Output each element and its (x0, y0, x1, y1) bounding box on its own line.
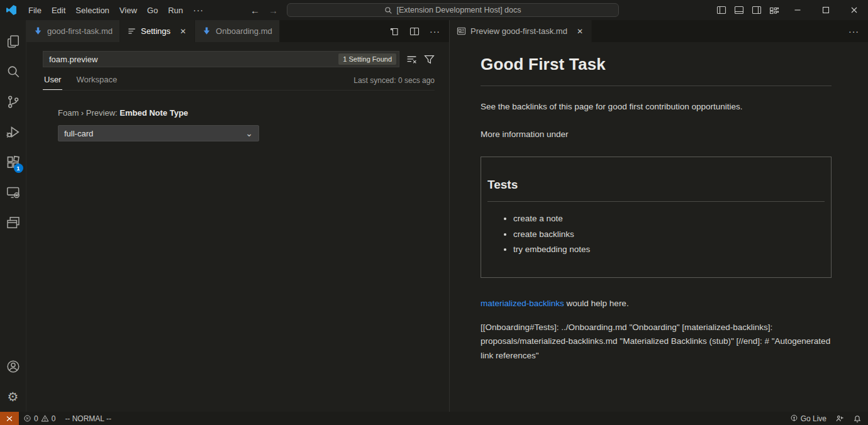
tab-onboarding[interactable]: Onboarding.md (195, 20, 280, 42)
left-tab-bar: good-first-task.md Settings ✕ Onboarding… (26, 20, 449, 42)
warning-icon (41, 414, 49, 422)
close-tab-icon[interactable]: ✕ (576, 26, 584, 36)
embedded-note-list: create a note create backlinks try embed… (487, 213, 825, 256)
setting-embed-note-type: Foam › Preview: Embed Note Type full-car… (58, 108, 435, 141)
back-arrow-icon[interactable]: ← (250, 5, 260, 16)
right-tab-actions: ··· (840, 20, 868, 42)
more-actions-icon[interactable]: ··· (849, 26, 859, 36)
split-editor-icon[interactable] (409, 26, 420, 36)
minimize-button[interactable] (783, 0, 811, 20)
markdown-file-icon (202, 26, 211, 36)
clear-settings-search-icon[interactable] (406, 54, 417, 65)
menu-selection[interactable]: Selection (70, 0, 114, 20)
scope-tab-workspace[interactable]: Workspace (75, 75, 118, 90)
live-share-icon (835, 414, 844, 423)
vscode-logo-icon (6, 4, 17, 16)
settings-search-row: foam.preview 1 Setting Found (43, 51, 435, 67)
settings-search-actions (406, 54, 435, 65)
bell-icon (853, 414, 862, 423)
notifications-button[interactable] (849, 412, 868, 425)
settings-results-badge: 1 Setting Found (338, 53, 396, 65)
tab-preview-good-first-task[interactable]: Preview good-first-task.md ✕ (450, 20, 592, 42)
error-count: 0 (34, 414, 38, 423)
close-tab-icon[interactable]: ✕ (179, 26, 187, 36)
title-bar: File Edit Selection View Go Run ··· ← → … (0, 0, 868, 20)
menu-file[interactable]: File (23, 0, 47, 20)
tab-good-first-task[interactable]: good-first-task.md (26, 20, 120, 42)
history-navigation: ← → (250, 0, 278, 20)
materialized-backlinks-link[interactable]: materialized-backlinks (481, 299, 564, 308)
go-live-label: Go Live (801, 414, 826, 423)
go-live-button[interactable]: Go Live (786, 412, 831, 425)
live-share-button[interactable] (831, 412, 849, 425)
activity-bar: 1 ⚙ (0, 20, 26, 412)
status-bar-right: Go Live (786, 412, 868, 425)
tab-label: Preview good-first-task.md (470, 26, 567, 36)
select-value: full-card (64, 129, 93, 138)
settings-tune-icon (127, 26, 136, 36)
settings-editor: foam.preview 1 Setting Found User (26, 42, 449, 412)
preview-intro-paragraph: See the backlinks of this page for good … (481, 101, 832, 113)
maximize-button[interactable] (811, 0, 840, 20)
filter-settings-icon[interactable] (424, 54, 435, 65)
status-bar: 0 0 -- NORMAL -- Go Live (0, 412, 868, 425)
menu-more-icon[interactable]: ··· (188, 0, 209, 20)
problems-indicator[interactable]: 0 0 (19, 412, 60, 425)
command-center-label: [Extension Development Host] docs (396, 6, 521, 14)
search-view-icon[interactable] (0, 57, 26, 87)
remote-explorer-icon[interactable] (0, 177, 26, 207)
extensions-badge: 1 (14, 163, 23, 173)
warning-count: 0 (52, 414, 56, 423)
embedded-note-title: Tests (487, 176, 825, 202)
last-synced-label: Last synced: 0 secs ago (353, 76, 435, 90)
scope-tab-user[interactable]: User (43, 75, 62, 90)
list-item: create backlinks (513, 228, 825, 241)
toggle-secondary-sidebar-icon[interactable] (748, 0, 765, 20)
embedded-note-card: Tests create a note create backlinks try… (481, 157, 832, 278)
search-icon (384, 6, 392, 14)
menu-view[interactable]: View (114, 0, 142, 20)
source-control-icon[interactable] (0, 87, 26, 117)
tab-label: Settings (141, 26, 170, 36)
editor-windows-stack-icon[interactable] (0, 207, 26, 238)
list-item: create a note (513, 213, 825, 225)
link-references-paragraph: [[Onboarding#Tests]: ../Onboarding.md "O… (481, 321, 832, 363)
markdown-preview-pane: Good First Task See the backlinks of thi… (450, 42, 868, 412)
settings-scope-tabs: User Workspace Last synced: 0 secs ago (43, 75, 435, 91)
markdown-file-icon (33, 26, 43, 36)
setting-name: Embed Note Type (120, 108, 188, 118)
menu-go[interactable]: Go (142, 0, 163, 20)
remote-indicator[interactable] (0, 412, 19, 425)
settings-search-input[interactable]: foam.preview 1 Setting Found (43, 51, 399, 67)
forward-arrow-icon[interactable]: → (269, 5, 278, 16)
more-actions-icon[interactable]: ··· (430, 26, 440, 36)
manage-settings-gear-icon[interactable]: ⚙ (0, 382, 26, 412)
vim-mode-indicator[interactable]: -- NORMAL -- (60, 412, 116, 425)
extensions-icon[interactable]: 1 (0, 147, 26, 177)
editor-group-right: Preview good-first-task.md ✕ ··· Good Fi… (450, 20, 868, 412)
tab-label: Onboarding.md (216, 26, 272, 36)
explorer-icon[interactable] (0, 26, 26, 57)
markdown-preview-icon (457, 26, 466, 36)
tab-label: good-first-task.md (47, 26, 113, 36)
close-window-button[interactable] (840, 0, 868, 20)
right-tab-bar: Preview good-first-task.md ✕ ··· (450, 20, 868, 42)
toggle-panel-icon[interactable] (730, 0, 748, 20)
embed-note-type-select[interactable]: full-card ⌄ (58, 125, 259, 141)
accounts-icon[interactable] (0, 351, 26, 382)
customize-layout-icon[interactable] (765, 0, 783, 20)
tab-settings[interactable]: Settings ✕ (120, 20, 195, 42)
toggle-primary-sidebar-icon[interactable] (713, 0, 730, 20)
editor-group-left: good-first-task.md Settings ✕ Onboarding… (26, 20, 450, 412)
open-settings-json-icon[interactable] (389, 26, 399, 36)
setting-title: Foam › Preview: Embed Note Type (58, 108, 435, 118)
run-and-debug-icon[interactable] (0, 117, 26, 147)
menu-run[interactable]: Run (163, 0, 188, 20)
window-controls (713, 0, 868, 20)
broadcast-icon (790, 414, 798, 422)
list-item: try embedding notes (513, 243, 825, 256)
command-center-search[interactable]: [Extension Development Host] docs (287, 3, 619, 17)
setting-category: Foam › Preview: (58, 108, 120, 118)
backlink-suffix: would help here. (564, 299, 629, 308)
menu-edit[interactable]: Edit (47, 0, 70, 20)
